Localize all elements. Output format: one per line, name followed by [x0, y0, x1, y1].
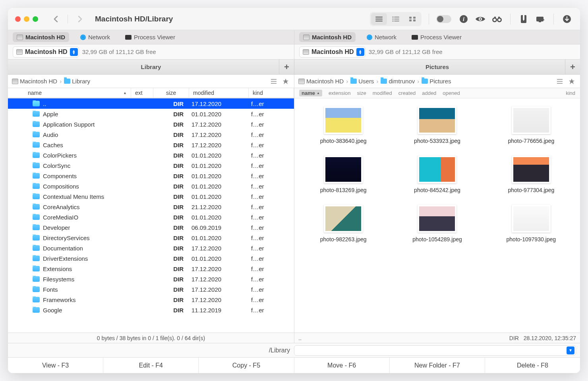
toolbar-separator — [429, 13, 429, 25]
fn-edit[interactable]: Edit - F4 — [103, 358, 199, 373]
col-modified[interactable]: modified — [189, 88, 249, 98]
thumbnail-item[interactable]: photo-977304.jpeg — [486, 156, 576, 194]
view-columns-button[interactable] — [388, 13, 404, 25]
file-kind: f…er — [249, 204, 294, 210]
list-mode-icon[interactable] — [555, 77, 564, 86]
file-row[interactable]: FrameworksDIR17.12.2020f…er — [8, 294, 294, 305]
fn-copy[interactable]: Copy - F5 — [199, 358, 294, 373]
thumbnail-item[interactable]: photo-845242.jpeg — [392, 156, 482, 194]
file-row[interactable]: FontsDIR17.12.2020f…er — [8, 284, 294, 294]
col-ext[interactable]: ext — [131, 88, 153, 98]
breadcrumb-item[interactable]: Users — [350, 78, 374, 85]
file-row[interactable]: AppleDIR01.01.2020f…er — [8, 109, 294, 119]
file-row[interactable]: DocumentationDIR17.12.2020f…er — [8, 243, 294, 253]
fn-newfolder[interactable]: New Folder - F7 — [390, 358, 485, 373]
th-col-added[interactable]: added — [422, 90, 436, 96]
close-window-button[interactable] — [15, 16, 21, 22]
path-input[interactable] — [294, 345, 576, 356]
favorite-icon[interactable] — [281, 77, 290, 86]
thumbnail-item[interactable]: photo-813269.jpeg — [298, 156, 388, 194]
file-row[interactable]: FilesystemsDIR17.12.2020f…er — [8, 274, 294, 284]
file-row[interactable]: ..DIR17.12.2020f…er — [8, 98, 294, 109]
file-row[interactable]: CachesDIR17.12.2020f…er — [8, 140, 294, 150]
drive-selector-right[interactable]: Macintosh HD ▲▼ — [299, 46, 366, 58]
tab-macintosh-hd-right[interactable]: Macintosh HD — [299, 32, 356, 42]
info-icon[interactable]: i — [458, 13, 470, 25]
titlebar: Macintosh HD/Library i — [8, 8, 580, 30]
breadcrumb-item[interactable]: Library — [64, 78, 90, 85]
hidden-files-toggle[interactable] — [436, 15, 451, 23]
preview-icon[interactable] — [474, 13, 486, 25]
file-row[interactable]: DriverExtensionsDIR01.01.2020f…er — [8, 253, 294, 264]
file-row[interactable]: Contextual Menu ItemsDIR01.01.2020f…er — [8, 191, 294, 202]
list-mode-icon[interactable] — [269, 77, 278, 86]
forward-button[interactable] — [74, 13, 86, 25]
breadcrumb-item[interactable]: Macintosh HD — [12, 78, 57, 85]
th-col-modified[interactable]: modified — [373, 90, 392, 96]
tab-network-left[interactable]: Network — [76, 32, 114, 42]
file-name: Contextual Menu Items — [43, 193, 104, 200]
th-col-opened[interactable]: opened — [443, 90, 460, 96]
tab-process-viewer-left[interactable]: Process Viewer — [121, 32, 179, 42]
file-kind: f…er — [249, 173, 294, 179]
breadcrumb-item[interactable]: Pictures — [422, 78, 451, 85]
thumbnail-item[interactable]: photo-533923.jpeg — [392, 106, 482, 144]
file-row[interactable]: ColorPickersDIR01.01.2020f…er — [8, 150, 294, 160]
th-col-name[interactable]: name ▲ — [299, 90, 322, 96]
thumbnail-item[interactable]: photo-383640.jpeg — [298, 106, 388, 144]
th-col-extension[interactable]: extension — [329, 90, 351, 96]
path-dropdown-button[interactable]: ▼ — [567, 346, 574, 354]
file-row[interactable]: CoreMediaIODIR01.01.2020f…er — [8, 212, 294, 222]
breadcrumb-label: Users — [358, 78, 374, 85]
tabhead-left[interactable]: Library + — [8, 60, 294, 74]
file-modified: 17.12.2020 — [189, 266, 249, 272]
thumbnail-item[interactable]: photo-776656.jpeg — [486, 106, 576, 144]
file-list[interactable]: ..DIR17.12.2020f…erAppleDIR01.01.2020f…e… — [8, 98, 294, 333]
file-row[interactable]: ColorSyncDIR01.01.2020f…er — [8, 160, 294, 171]
th-col-size[interactable]: size — [357, 90, 366, 96]
breadcrumb-label: Macintosh HD — [306, 78, 344, 85]
share-icon[interactable] — [534, 13, 546, 25]
zoom-window-button[interactable] — [33, 16, 38, 22]
th-col-kind[interactable]: kind — [566, 90, 575, 96]
file-row[interactable]: DeveloperDIR06.09.2019f…er — [8, 222, 294, 233]
file-row[interactable]: CompositionsDIR01.01.2020f…er — [8, 181, 294, 191]
breadcrumb-item[interactable]: Macintosh HD — [298, 78, 344, 85]
back-button[interactable] — [49, 13, 62, 25]
tab-network-right[interactable]: Network — [363, 32, 400, 42]
new-tab-left-button[interactable]: + — [279, 60, 294, 74]
drive-selector-left[interactable]: Macintosh HD ▲▼ — [13, 46, 79, 58]
thumbnail-item[interactable]: photo-1097930.jpeg — [486, 205, 576, 243]
favorite-icon[interactable] — [567, 77, 576, 86]
file-row[interactable]: ExtensionsDIR17.12.2020f…er — [8, 264, 294, 274]
file-modified: 01.01.2020 — [189, 255, 249, 262]
file-row[interactable]: AudioDIR17.12.2020f…er — [8, 129, 294, 140]
thumbnail-item[interactable]: photo-1054289.jpeg — [392, 205, 482, 243]
col-kind[interactable]: kind — [249, 88, 294, 98]
archive-icon[interactable] — [518, 13, 530, 25]
minimize-window-button[interactable] — [24, 16, 29, 22]
file-modified: 01.01.2020 — [189, 193, 249, 200]
file-row[interactable]: CoreAnalyticsDIR21.12.2020f…er — [8, 202, 294, 212]
download-icon[interactable] — [561, 13, 573, 25]
fn-delete[interactable]: Delete - F8 — [485, 358, 580, 373]
new-tab-right-button[interactable]: + — [565, 60, 580, 74]
file-row[interactable]: DirectoryServicesDIR01.01.2020f…er — [8, 233, 294, 243]
view-grid-button[interactable] — [404, 13, 420, 25]
fn-move[interactable]: Move - F6 — [294, 358, 390, 373]
binoculars-icon[interactable] — [491, 13, 503, 25]
col-name[interactable]: name ▲ — [8, 88, 131, 98]
file-row[interactable]: GoogleDIR11.12.2019f…er — [8, 305, 294, 315]
tab-macintosh-hd-left[interactable]: Macintosh HD — [13, 32, 69, 42]
thumb-scroll[interactable]: photo-383640.jpegphoto-533923.jpegphoto-… — [294, 98, 580, 333]
view-list-button[interactable] — [371, 13, 387, 25]
col-size[interactable]: size — [153, 88, 189, 98]
fn-view[interactable]: View - F3 — [8, 358, 103, 373]
tabhead-right[interactable]: Pictures + — [294, 60, 580, 74]
tab-process-viewer-right[interactable]: Process Viewer — [408, 32, 466, 42]
th-col-created[interactable]: created — [398, 90, 416, 96]
breadcrumb-item[interactable]: dimtrunov — [381, 78, 415, 85]
thumbnail-item[interactable]: photo-982263.jpeg — [298, 205, 388, 243]
file-row[interactable]: Application SupportDIR17.12.2020f…er — [8, 119, 294, 129]
file-row[interactable]: ComponentsDIR01.01.2020f…er — [8, 171, 294, 181]
